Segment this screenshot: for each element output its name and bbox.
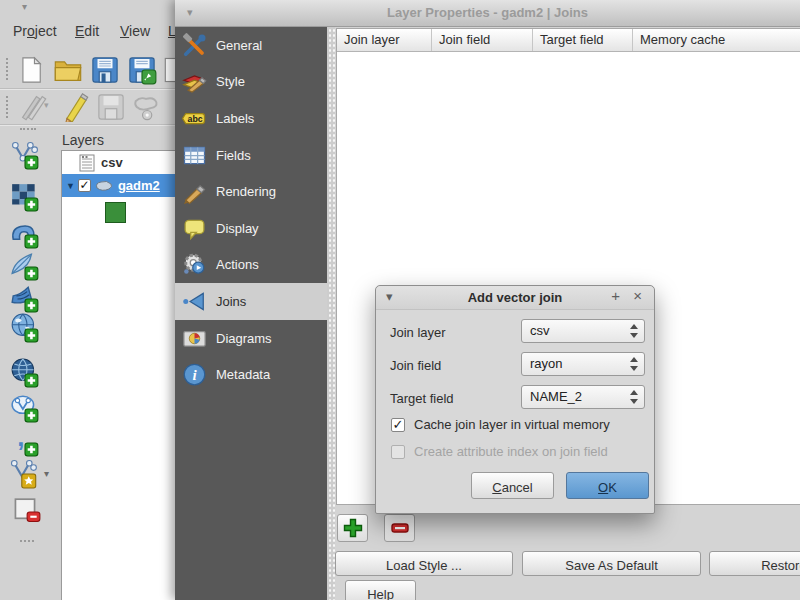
save-edits-button[interactable]	[96, 92, 126, 122]
add-vector-layer-button[interactable]	[8, 140, 42, 170]
add-join-button[interactable]	[337, 514, 368, 542]
save-project-button[interactable]	[90, 55, 120, 85]
panel-overflow-icon[interactable]: ▾	[22, 1, 27, 12]
sidebar-item-label: Fields	[216, 148, 251, 163]
new-project-button[interactable]	[16, 55, 46, 85]
remove-join-button[interactable]	[384, 514, 415, 542]
sidebar-item-label: Actions	[216, 257, 259, 272]
mssql-icon	[8, 283, 42, 313]
layers-panel-title: Layers	[62, 132, 104, 148]
new-file-icon	[16, 55, 46, 85]
spinner-arrows-icon	[630, 324, 639, 340]
dialog-titlebar[interactable]: ▾ Add vector join + ×	[376, 286, 654, 310]
remove-layer-button[interactable]	[8, 496, 42, 530]
actions-icon	[182, 252, 207, 277]
window-title: Layer Properties - gadm2 | Joins	[175, 5, 800, 20]
floppy-edit-icon	[127, 55, 157, 85]
display-icon	[182, 216, 207, 241]
remove-layer-icon	[8, 496, 42, 530]
select-features-button[interactable]	[131, 92, 161, 122]
toolbar-grip[interactable]	[6, 96, 9, 118]
cache-join-checkbox[interactable]: ✓ Cache join layer in virtual memory	[391, 417, 610, 432]
sidebar-item-label: General	[216, 38, 262, 53]
sidebar-item-joins[interactable]: Joins	[175, 283, 327, 320]
properties-sidebar: General Style abc Labels Fields Renderin…	[175, 27, 327, 600]
floppy-icon	[90, 55, 120, 85]
help-button[interactable]: Help	[345, 580, 416, 600]
add-spatialite-layer-button[interactable]	[8, 251, 42, 281]
sidebar-item-display[interactable]: Display	[175, 210, 327, 247]
sidebar-item-label: Rendering	[216, 184, 276, 199]
layer-row-csv[interactable]: csv	[62, 151, 175, 174]
splitter-handle[interactable]	[327, 27, 335, 600]
sidebar-item-label: Diagrams	[216, 331, 272, 346]
column-header-target-field[interactable]: Target field	[533, 29, 633, 51]
sidebar-item-style[interactable]: Style	[175, 64, 327, 101]
sidebar-item-actions[interactable]: Actions	[175, 247, 327, 284]
ok-button[interactable]: OK	[566, 472, 649, 499]
sidebar-item-metadata[interactable]: i Metadata	[175, 356, 327, 393]
load-style-button[interactable]: Load Style ...	[335, 551, 513, 576]
layer-row-gadm2[interactable]: ▼ ✓ gadm2	[62, 174, 175, 197]
expand-arrow-icon[interactable]: ▼	[66, 181, 75, 191]
sidebar-item-label: Metadata	[216, 367, 270, 382]
dropdown-arrow-icon[interactable]: ▾	[44, 468, 49, 479]
menu-view[interactable]: View	[120, 23, 150, 39]
add-mssql-layer-button[interactable]	[8, 283, 42, 313]
symbology-swatch[interactable]	[105, 202, 126, 223]
sidebar-item-label: Joins	[216, 294, 246, 309]
toggle-editing-button[interactable]	[60, 92, 90, 122]
dock-grip[interactable]	[20, 128, 36, 131]
target-field-label: Target field	[390, 391, 454, 406]
menu-edit[interactable]: Edit	[75, 23, 99, 39]
layer-properties-titlebar[interactable]: ▾ Layer Properties - gadm2 | Joins	[175, 0, 800, 27]
open-project-button[interactable]	[53, 55, 83, 85]
column-header-join-field[interactable]: Join field	[432, 29, 533, 51]
join-field-label: Join field	[390, 358, 441, 373]
sidebar-item-fields[interactable]: Fields	[175, 137, 327, 174]
add-raster-layer-button[interactable]	[8, 182, 42, 212]
spatialite-feather-icon	[8, 251, 42, 281]
layers-panel: csv ▼ ✓ gadm2	[61, 150, 175, 600]
joins-icon	[182, 289, 207, 314]
sidebar-item-labels[interactable]: abc Labels	[175, 100, 327, 137]
minus-icon	[389, 517, 411, 539]
add-wfs-layer-button[interactable]	[8, 393, 42, 423]
rendering-icon	[182, 179, 207, 204]
wfs-globe-icon	[8, 393, 42, 423]
toolbar-grip[interactable]	[20, 540, 34, 543]
sidebar-item-diagrams[interactable]: Diagrams	[175, 320, 327, 357]
cancel-button[interactable]: Cancel	[471, 472, 554, 499]
new-shapefile-layer-button[interactable]	[8, 459, 42, 489]
add-raster-icon	[8, 182, 42, 212]
save-as-default-button[interactable]: Save As Default	[522, 551, 701, 576]
join-field-select[interactable]: rayon	[521, 352, 645, 376]
svg-text:abc: abc	[188, 114, 203, 124]
add-wcs-layer-button[interactable]	[8, 358, 42, 388]
layer-visibility-checkbox[interactable]: ✓	[78, 179, 91, 192]
add-vector-join-dialog: ▾ Add vector join + × Join layer csv Joi…	[375, 285, 655, 514]
target-field-select[interactable]: NAME_2	[521, 385, 645, 409]
join-layer-label: Join layer	[390, 325, 446, 340]
polygon-layer-icon	[95, 180, 113, 192]
menu-project[interactable]: Project	[13, 23, 57, 39]
dropdown-arrow-icon[interactable]: ▾	[44, 100, 49, 110]
add-wms-layer-button[interactable]	[8, 313, 42, 343]
metadata-icon: i	[182, 362, 207, 387]
close-icon[interactable]: ×	[633, 287, 642, 304]
save-project-as-button[interactable]	[127, 55, 157, 85]
lasso-gray-icon	[131, 92, 161, 122]
sidebar-item-rendering[interactable]: Rendering	[175, 173, 327, 210]
labels-icon: abc	[182, 106, 207, 131]
shade-button[interactable]: +	[611, 287, 620, 304]
add-postgis-layer-button[interactable]	[8, 219, 42, 249]
toolbar-grip[interactable]	[6, 58, 9, 80]
join-layer-select[interactable]: csv	[521, 319, 645, 343]
column-header-memory-cache[interactable]: Memory cache	[633, 29, 800, 51]
column-header-join-layer[interactable]: Join layer	[337, 29, 432, 51]
fields-icon	[182, 143, 207, 168]
sidebar-item-general[interactable]: General	[175, 27, 327, 64]
sidebar-item-label: Labels	[216, 111, 254, 126]
add-delimited-text-layer-button[interactable]: ,	[8, 427, 42, 457]
restore-default-button[interactable]: Restore De	[709, 551, 800, 576]
